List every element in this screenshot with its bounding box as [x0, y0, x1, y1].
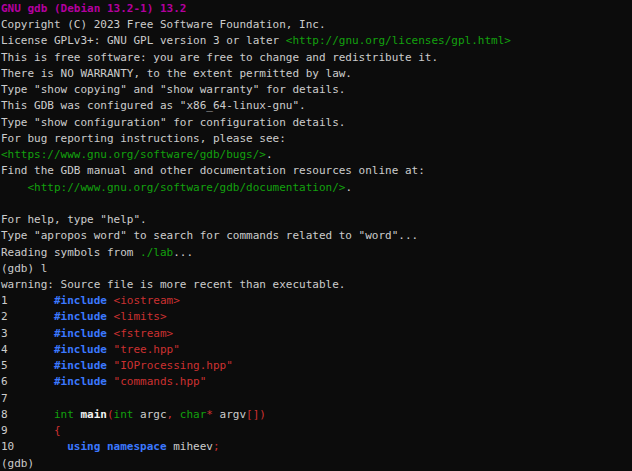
terminal-line: 10 using namespace miheev; [1, 439, 632, 455]
terminal-line: 8 int main(int argc, char* argv[]) [1, 407, 632, 423]
text-segment: warning: Source file is more recent than… [1, 278, 345, 291]
terminal-line: 2 #include <limits> [1, 309, 632, 325]
text-segment: 8 [1, 408, 54, 421]
text-segment: int [54, 408, 74, 421]
text-segment: argv [213, 408, 246, 421]
text-segment: (gdb) l [1, 262, 47, 275]
text-segment: License GPLv3+: GNU GPL version 3 or lat… [1, 34, 286, 47]
text-segment: Type "show copying" and "show warranty" … [1, 83, 345, 96]
text-segment: For help, type "help". [1, 213, 147, 226]
text-segment: #include [54, 310, 107, 323]
text-segment: <https://www.gnu.org/software/gdb/bugs/> [1, 148, 266, 161]
text-segment: []) [246, 408, 266, 421]
text-segment: char [180, 408, 207, 421]
terminal-line: Copyright (C) 2023 Free Software Foundat… [1, 17, 632, 33]
text-segment [107, 327, 114, 340]
text-segment: ... [173, 246, 193, 259]
text-segment: Copyright (C) 2023 Free Software Foundat… [1, 18, 326, 31]
text-segment: . [345, 181, 352, 194]
text-segment: This GDB was configured as "x86_64-linux… [1, 99, 306, 112]
text-segment: For bug reporting instructions, please s… [1, 132, 286, 145]
text-segment: <iostream> [114, 294, 180, 307]
terminal-line: 9 { [1, 423, 632, 439]
text-segment: argc [133, 408, 166, 421]
terminal-line: Type "show copying" and "show warranty" … [1, 82, 632, 98]
text-segment: 1 [1, 294, 54, 307]
gdb-terminal[interactable]: GNU gdb (Debian 13.2-1) 13.2Copyright (C… [0, 0, 632, 471]
text-segment: main [80, 408, 107, 421]
text-segment [107, 294, 114, 307]
text-segment: * [206, 408, 213, 421]
text-segment: <http://gnu.org/licenses/gpl.html> [286, 34, 511, 47]
terminal-line [1, 196, 632, 212]
text-segment: "tree.hpp" [114, 343, 180, 356]
text-segment: 9 [1, 424, 54, 437]
text-segment [1, 181, 28, 194]
text-segment [107, 375, 114, 388]
terminal-line: 7 [1, 391, 632, 407]
text-segment: (gdb) [1, 457, 41, 470]
text-segment: "commands.hpp" [114, 375, 207, 388]
text-segment: #include [54, 294, 107, 307]
text-segment: Find the GDB manual and other documentat… [1, 164, 425, 177]
terminal-line: Reading symbols from ./lab... [1, 245, 632, 261]
text-segment: #include [54, 359, 107, 372]
terminal-line: Type "show configuration" for configurat… [1, 115, 632, 131]
text-segment: This is free software: you are free to c… [1, 51, 438, 64]
terminal-line: GNU gdb (Debian 13.2-1) 13.2 [1, 1, 632, 17]
text-segment [107, 359, 114, 372]
text-segment: . [266, 148, 273, 161]
text-segment: 2 [1, 310, 54, 323]
terminal-line: warning: Source file is more recent than… [1, 277, 632, 293]
text-segment: <fstream> [114, 327, 174, 340]
terminal-line: This GDB was configured as "x86_64-linux… [1, 98, 632, 114]
text-segment: 10 [1, 440, 67, 453]
text-segment [100, 440, 107, 453]
text-segment: 4 [1, 343, 54, 356]
text-segment: miheev [167, 440, 213, 453]
terminal-line: 4 #include "tree.hpp" [1, 342, 632, 358]
terminal-line: 6 #include "commands.hpp" [1, 374, 632, 390]
terminal-line: There is NO WARRANTY, to the extent perm… [1, 66, 632, 82]
terminal-line: For bug reporting instructions, please s… [1, 131, 632, 147]
text-segment: 7 [1, 392, 8, 405]
terminal-line: 1 #include <iostream> [1, 293, 632, 309]
text-segment: 6 [1, 375, 54, 388]
text-segment: ; [213, 440, 220, 453]
text-segment: #include [54, 343, 107, 356]
terminal-line: License GPLv3+: GNU GPL version 3 or lat… [1, 33, 632, 49]
text-segment: 5 [1, 359, 54, 372]
text-segment [107, 310, 114, 323]
text-segment: using [67, 440, 100, 453]
text-segment: Type "show configuration" for configurat… [1, 116, 345, 129]
terminal-line: 5 #include "IOProcessing.hpp" [1, 358, 632, 374]
text-segment: { [54, 424, 61, 437]
text-segment: There is NO WARRANTY, to the extent perm… [1, 67, 352, 80]
text-segment: #include [54, 327, 107, 340]
text-segment: ( [107, 408, 114, 421]
text-segment: GNU gdb (Debian 13.2-1) 13.2 [1, 2, 186, 15]
terminal-line: <https://www.gnu.org/software/gdb/bugs/>… [1, 147, 632, 163]
terminal-line: <http://www.gnu.org/software/gdb/documen… [1, 180, 632, 196]
text-segment: int [114, 408, 134, 421]
terminal-line: For help, type "help". [1, 212, 632, 228]
text-segment: "IOProcessing.hpp" [114, 359, 233, 372]
text-segment: Type "apropos word" to search for comman… [1, 229, 418, 242]
terminal-line: This is free software: you are free to c… [1, 50, 632, 66]
text-segment [173, 408, 180, 421]
text-segment: #include [54, 375, 107, 388]
terminal-line: Find the GDB manual and other documentat… [1, 163, 632, 179]
text-segment: ./lab [140, 246, 173, 259]
terminal-line: (gdb) [1, 456, 632, 471]
terminal-line: Type "apropos word" to search for comman… [1, 228, 632, 244]
text-segment: Reading symbols from [1, 246, 140, 259]
text-segment: namespace [107, 440, 167, 453]
text-segment: <limits> [114, 310, 167, 323]
terminal-line: (gdb) l [1, 261, 632, 277]
terminal-line: 3 #include <fstream> [1, 326, 632, 342]
text-segment [107, 343, 114, 356]
text-segment: 3 [1, 327, 54, 340]
text-segment: <http://www.gnu.org/software/gdb/documen… [28, 181, 346, 194]
